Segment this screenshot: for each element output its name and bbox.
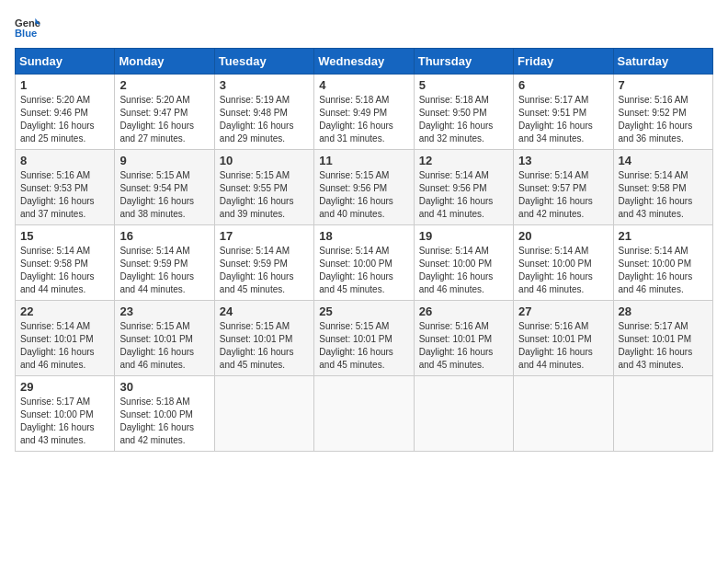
day-number: 3: [220, 78, 309, 92]
day-info: Sunrise: 5:18 AMSunset: 9:49 PMDaylight:…: [319, 95, 393, 144]
day-info: Sunrise: 5:19 AMSunset: 9:48 PMDaylight:…: [220, 95, 294, 144]
calendar-cell: [314, 376, 414, 452]
weekday-header-wednesday: Wednesday: [314, 49, 414, 75]
day-info: Sunrise: 5:18 AMSunset: 10:00 PMDaylight…: [119, 396, 194, 445]
day-number: 5: [419, 78, 508, 92]
svg-text:Blue: Blue: [15, 28, 37, 39]
day-info: Sunrise: 5:16 AMSunset: 9:53 PMDaylight:…: [20, 170, 95, 219]
day-info: Sunrise: 5:20 AMSunset: 9:46 PMDaylight:…: [20, 95, 95, 144]
day-info: Sunrise: 5:14 AMSunset: 10:00 PMDaylight…: [319, 246, 393, 294]
day-number: 30: [119, 380, 209, 394]
calendar-cell: 21 Sunrise: 5:14 AMSunset: 10:00 PMDayli…: [613, 225, 712, 301]
day-number: 27: [518, 304, 608, 318]
calendar-cell: 24 Sunrise: 5:15 AMSunset: 10:01 PMDayli…: [214, 301, 313, 376]
day-number: 17: [220, 229, 309, 243]
day-number: 13: [518, 154, 608, 167]
day-number: 7: [619, 78, 708, 92]
day-number: 1: [20, 78, 109, 92]
page-header: General Blue: [15, 15, 713, 40]
calendar-cell: 1 Sunrise: 5:20 AMSunset: 9:46 PMDayligh…: [16, 75, 115, 150]
calendar-cell: 5 Sunrise: 5:18 AMSunset: 9:50 PMDayligh…: [414, 75, 513, 150]
calendar-row-3: 22 Sunrise: 5:14 AMSunset: 10:01 PMDayli…: [16, 301, 713, 376]
calendar-cell: 12 Sunrise: 5:14 AMSunset: 9:56 PMDaylig…: [414, 150, 513, 225]
day-number: 18: [319, 229, 408, 243]
day-number: 20: [518, 229, 608, 243]
day-info: Sunrise: 5:14 AMSunset: 9:59 PMDaylight:…: [119, 246, 194, 294]
day-info: Sunrise: 5:17 AMSunset: 10:01 PMDaylight…: [619, 321, 693, 370]
calendar-cell: 17 Sunrise: 5:14 AMSunset: 9:59 PMDaylig…: [214, 225, 313, 301]
calendar-cell: 29 Sunrise: 5:17 AMSunset: 10:00 PMDayli…: [16, 376, 115, 452]
day-number: 6: [518, 78, 608, 92]
day-info: Sunrise: 5:15 AMSunset: 9:54 PMDaylight:…: [119, 170, 194, 219]
calendar-body: 1 Sunrise: 5:20 AMSunset: 9:46 PMDayligh…: [16, 75, 713, 452]
day-number: 19: [419, 229, 508, 243]
calendar-row-1: 8 Sunrise: 5:16 AMSunset: 9:53 PMDayligh…: [16, 150, 713, 225]
calendar-cell: 27 Sunrise: 5:16 AMSunset: 10:01 PMDayli…: [514, 301, 613, 376]
day-number: 14: [619, 154, 708, 167]
calendar-cell: 26 Sunrise: 5:16 AMSunset: 10:01 PMDayli…: [414, 301, 513, 376]
calendar-cell: 15 Sunrise: 5:14 AMSunset: 9:58 PMDaylig…: [16, 225, 115, 301]
day-info: Sunrise: 5:17 AMSunset: 9:51 PMDaylight:…: [518, 95, 593, 144]
calendar-cell: 11 Sunrise: 5:15 AMSunset: 9:56 PMDaylig…: [314, 150, 414, 225]
day-number: 11: [319, 154, 408, 167]
day-info: Sunrise: 5:14 AMSunset: 9:58 PMDaylight:…: [20, 246, 95, 294]
day-number: 9: [119, 154, 209, 167]
day-info: Sunrise: 5:15 AMSunset: 10:01 PMDaylight…: [119, 321, 194, 370]
calendar-row-4: 29 Sunrise: 5:17 AMSunset: 10:00 PMDayli…: [16, 376, 713, 452]
logo: General Blue: [15, 15, 40, 40]
day-info: Sunrise: 5:17 AMSunset: 10:00 PMDaylight…: [20, 396, 95, 445]
day-info: Sunrise: 5:14 AMSunset: 10:00 PMDaylight…: [518, 246, 593, 294]
calendar-table: SundayMondayTuesdayWednesdayThursdayFrid…: [15, 48, 713, 452]
day-info: Sunrise: 5:15 AMSunset: 9:55 PMDaylight:…: [220, 170, 294, 219]
calendar-cell: [514, 376, 613, 452]
calendar-cell: 2 Sunrise: 5:20 AMSunset: 9:47 PMDayligh…: [115, 75, 214, 150]
calendar-cell: 3 Sunrise: 5:19 AMSunset: 9:48 PMDayligh…: [214, 75, 313, 150]
day-number: 26: [419, 304, 508, 318]
weekday-header-monday: Monday: [115, 49, 214, 75]
calendar-cell: [214, 376, 313, 452]
calendar-cell: 6 Sunrise: 5:17 AMSunset: 9:51 PMDayligh…: [514, 75, 613, 150]
calendar-cell: 14 Sunrise: 5:14 AMSunset: 9:58 PMDaylig…: [613, 150, 712, 225]
day-info: Sunrise: 5:15 AMSunset: 10:01 PMDaylight…: [220, 321, 294, 370]
weekday-header-thursday: Thursday: [414, 49, 513, 75]
day-info: Sunrise: 5:18 AMSunset: 9:50 PMDaylight:…: [419, 95, 494, 144]
calendar-cell: 28 Sunrise: 5:17 AMSunset: 10:01 PMDayli…: [613, 301, 712, 376]
calendar-cell: 9 Sunrise: 5:15 AMSunset: 9:54 PMDayligh…: [115, 150, 214, 225]
calendar-row-2: 15 Sunrise: 5:14 AMSunset: 9:58 PMDaylig…: [16, 225, 713, 301]
calendar-cell: 18 Sunrise: 5:14 AMSunset: 10:00 PMDayli…: [314, 225, 414, 301]
day-info: Sunrise: 5:14 AMSunset: 9:56 PMDaylight:…: [419, 170, 494, 219]
calendar-cell: 16 Sunrise: 5:14 AMSunset: 9:59 PMDaylig…: [115, 225, 214, 301]
calendar-cell: [414, 376, 513, 452]
calendar-cell: 25 Sunrise: 5:15 AMSunset: 10:01 PMDayli…: [314, 301, 414, 376]
day-info: Sunrise: 5:20 AMSunset: 9:47 PMDaylight:…: [119, 95, 194, 144]
day-number: 22: [20, 304, 109, 318]
day-info: Sunrise: 5:14 AMSunset: 9:59 PMDaylight:…: [220, 246, 294, 294]
day-number: 24: [220, 304, 309, 318]
weekday-header-tuesday: Tuesday: [214, 49, 313, 75]
day-info: Sunrise: 5:14 AMSunset: 9:58 PMDaylight:…: [619, 170, 693, 219]
day-info: Sunrise: 5:14 AMSunset: 10:00 PMDaylight…: [619, 246, 693, 294]
weekday-header-saturday: Saturday: [613, 49, 712, 75]
day-number: 23: [119, 304, 209, 318]
day-info: Sunrise: 5:14 AMSunset: 10:00 PMDaylight…: [419, 246, 494, 294]
day-number: 2: [119, 78, 209, 92]
calendar-cell: 30 Sunrise: 5:18 AMSunset: 10:00 PMDayli…: [115, 376, 214, 452]
day-number: 29: [20, 380, 109, 394]
day-number: 8: [20, 154, 109, 167]
calendar-cell: 8 Sunrise: 5:16 AMSunset: 9:53 PMDayligh…: [16, 150, 115, 225]
day-number: 10: [220, 154, 309, 167]
logo-icon: General Blue: [15, 15, 40, 40]
weekday-header-row: SundayMondayTuesdayWednesdayThursdayFrid…: [16, 49, 713, 75]
day-number: 15: [20, 229, 109, 243]
day-info: Sunrise: 5:14 AMSunset: 9:57 PMDaylight:…: [518, 170, 593, 219]
calendar-cell: 23 Sunrise: 5:15 AMSunset: 10:01 PMDayli…: [115, 301, 214, 376]
calendar-cell: 13 Sunrise: 5:14 AMSunset: 9:57 PMDaylig…: [514, 150, 613, 225]
day-number: 21: [619, 229, 708, 243]
day-info: Sunrise: 5:14 AMSunset: 10:01 PMDaylight…: [20, 321, 95, 370]
calendar-cell: 20 Sunrise: 5:14 AMSunset: 10:00 PMDayli…: [514, 225, 613, 301]
day-info: Sunrise: 5:16 AMSunset: 10:01 PMDaylight…: [518, 321, 593, 370]
calendar-cell: 22 Sunrise: 5:14 AMSunset: 10:01 PMDayli…: [16, 301, 115, 376]
calendar-cell: [613, 376, 712, 452]
day-info: Sunrise: 5:15 AMSunset: 10:01 PMDaylight…: [319, 321, 393, 370]
day-number: 25: [319, 304, 408, 318]
